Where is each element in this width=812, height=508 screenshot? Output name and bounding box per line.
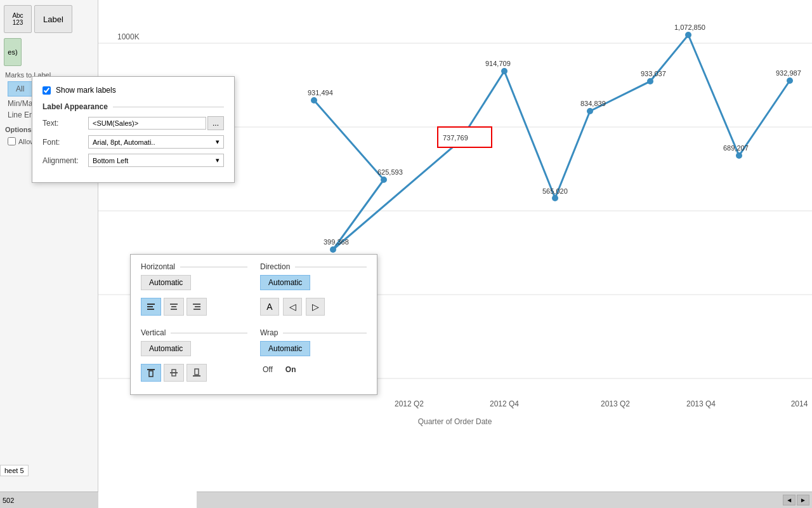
toolbar-row: Abc 123 Label [0,3,98,36]
text-label: Text: [43,119,88,128]
direction-text-btn[interactable]: A [260,298,279,316]
direction-right-btn[interactable]: ▷ [306,298,325,316]
ellipsis-button[interactable]: ... [207,116,224,130]
scroll-right-arrow[interactable]: ► [797,495,809,505]
abc-tool-button[interactable]: Abc 123 [4,5,32,33]
h-align-center-btn[interactable] [164,298,184,316]
h-align-left-btn[interactable] [141,298,161,316]
allow-checkbox[interactable] [8,137,16,145]
h-auto-button[interactable]: Automatic [141,275,191,290]
horiz-divider [180,267,247,267]
text-input[interactable] [88,117,206,130]
chart-line [314,35,790,250]
d-auto-button[interactable]: Automatic [260,275,310,290]
v-align-middle-icon [169,368,179,378]
x-tick-4: 2013 Q4 [686,399,716,408]
bottom-scrollbar[interactable]: ◄ ► [197,491,812,508]
data-point [587,108,593,114]
data-label-highlighted: 737,769 [443,134,468,142]
h-align-right-btn[interactable] [187,298,207,316]
abc-sub: 123 [13,19,23,26]
data-point [330,246,336,253]
wrap-divider [283,333,367,333]
alignment-dropdown[interactable]: Bottom Left ▾ [88,154,224,167]
v-align-top-icon [146,368,156,378]
svg-rect-13 [193,309,200,310]
scroll-left-arrow[interactable]: ◄ [783,495,796,505]
data-label-10: 689,207 [723,144,749,152]
x-axis-label: Quarter of Order Date [418,417,492,426]
svg-rect-6 [147,306,153,307]
svg-rect-19 [195,369,199,375]
font-dropdown[interactable]: Arial, 8pt, Automati.. ▾ [88,135,224,149]
wrap-auto-button[interactable]: Automatic [260,341,310,356]
align-right-icon [192,302,202,312]
strip-text: es) [8,48,17,56]
status-bar-left: 502 [0,491,98,508]
y-axis-label: 1000K [117,32,140,41]
data-label-5: 914,709 [485,60,511,67]
text-row: Text: ... [43,116,224,130]
main-container: Abc 123 Label es) Marks to Label All Min… [0,0,812,508]
v-align-middle-btn[interactable] [164,364,184,382]
v-align-top-btn[interactable] [141,364,161,382]
wrap-off-option[interactable]: Off [260,364,275,375]
data-point [501,68,508,74]
direction-btn-row: A ◁ ▷ [260,298,367,316]
v-auto-button[interactable]: Automatic [141,341,191,356]
v-align-row [141,364,247,382]
data-label-6: 565,020 [542,187,568,195]
direction-heading: Direction [260,262,367,271]
font-row: Font: Arial, 8pt, Automati.. ▾ [43,135,224,149]
abc-top: Abc [12,12,23,19]
v-align-bottom-btn[interactable] [187,364,207,382]
dir-divider [295,267,367,267]
data-label-8: 933,037 [641,70,666,77]
right-col: Direction Automatic A ◁ ▷ [260,262,367,384]
data-label-3: 399,368 [324,238,349,246]
wrap-on-option[interactable]: On [283,364,299,375]
label-appearance-heading: Label Appearance [43,102,224,111]
data-point [647,78,653,84]
label-text: Label [43,15,63,24]
h-align-row [141,298,247,316]
horizontal-heading: Horizontal [141,262,247,271]
wrap-btn-row: Off On [260,364,367,375]
svg-rect-11 [193,304,200,305]
dropdown-arrow-font: ▾ [216,138,219,146]
label-tool-button[interactable]: Label [34,5,72,33]
alignment-label: Alignment: [43,156,88,165]
data-point [685,32,691,38]
x-tick-1: 2012 Q2 [395,399,424,408]
svg-rect-9 [171,306,176,307]
alignment-row: Alignment: Bottom Left ▾ [43,154,224,167]
svg-rect-10 [171,309,177,310]
direction-left-btn[interactable]: ◁ [283,298,302,316]
align-left-icon [146,302,156,312]
show-labels-checkbox[interactable] [43,86,51,95]
wrap-heading: Wrap [260,328,367,337]
svg-rect-16 [170,372,178,373]
show-labels-text: Show mark labels [56,86,116,95]
align-center-icon [169,302,179,312]
left-col: Horizontal Automatic [141,262,247,384]
svg-rect-15 [149,371,153,377]
sub-panel: Horizontal Automatic [130,254,377,395]
x-tick-5: 2014 [791,399,808,408]
data-point [787,77,793,84]
x-tick-2: 2012 Q4 [490,399,519,408]
data-label-2: 625,593 [377,168,403,176]
vert-divider [171,333,247,333]
floating-panel: Show mark labels Label Appearance Text: … [32,76,235,183]
sheet-tab[interactable]: heet 5 [0,465,29,476]
data-point [311,97,317,104]
data-point [736,152,742,159]
svg-rect-14 [147,369,155,370]
section-divider-1 [113,107,224,107]
svg-rect-7 [147,309,154,310]
svg-rect-5 [147,304,155,305]
strip-tool-button[interactable]: es) [4,38,22,66]
toolbar-row-2: es) [0,36,98,69]
data-label-1: 931,494 [308,89,333,97]
data-label-11: 932,987 [776,69,801,77]
